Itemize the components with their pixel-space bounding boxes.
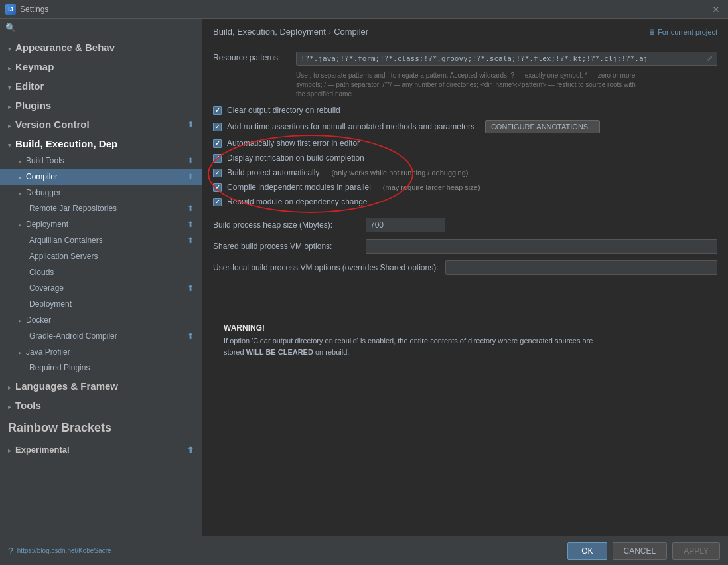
- sidebar: 🔍 ▾Appearance & Behav ▸Keymap ▾Editor ▸P…: [0, 19, 202, 536]
- content-header: Build, Execution, Deployment › Compiler …: [202, 19, 728, 42]
- checkbox-auto-show-error-input[interactable]: [213, 139, 222, 148]
- search-bar: 🔍: [0, 19, 202, 37]
- shared-vm-input[interactable]: [366, 239, 717, 254]
- resource-patterns-label: Resource patterns:: [213, 52, 289, 62]
- heap-size-input[interactable]: [366, 218, 445, 232]
- checkbox-display-notification-input[interactable]: [213, 154, 222, 163]
- checkbox-compile-parallel-label: Compile independent modules in parallel: [227, 183, 371, 192]
- sidebar-item-rainbow-brackets[interactable]: Rainbow Brackets: [0, 416, 202, 440]
- bottom-right: OK CANCEL APPLY: [567, 542, 720, 560]
- search-input[interactable]: [20, 23, 196, 33]
- sidebar-item-required-plugins[interactable]: Required Plugins: [0, 360, 202, 376]
- content-area: Build, Execution, Deployment › Compiler …: [202, 19, 728, 536]
- expand-icon[interactable]: ⤢: [707, 54, 713, 63]
- app-icon: IJ: [5, 4, 16, 15]
- chevron-right-icon: ▸: [19, 317, 22, 324]
- chevron-right-icon: ▸: [8, 404, 11, 410]
- heap-size-label: Build process heap size (Mbytes):: [213, 220, 359, 230]
- checkbox-clear-output-label: Clear output directory on rebuild: [227, 106, 340, 115]
- sidebar-item-experimental[interactable]: ▸Experimental ⬆: [0, 442, 202, 458]
- sync-icon: ⬆: [187, 220, 196, 229]
- configure-annotations-button[interactable]: CONFIGURE ANNOTATIONS...: [485, 120, 600, 133]
- sync-icon: ⬆: [187, 331, 196, 341]
- chevron-down-icon: ▾: [8, 142, 11, 149]
- sidebar-item-keymap[interactable]: ▸Keymap: [0, 58, 202, 76]
- bottom-bar: ? https://blog.csdn.net/KobeSacre OK CAN…: [0, 536, 728, 565]
- resource-patterns-value: !?*.java;!?*.form;!?*.class;!?*.groovy;!…: [301, 54, 648, 63]
- bottom-left: ? https://blog.csdn.net/KobeSacre: [8, 546, 111, 556]
- content-body: Resource patterns: !?*.java;!?*.form;!?*…: [202, 42, 728, 374]
- resource-patterns-field[interactable]: !?*.java;!?*.form;!?*.class;!?*.groovy;!…: [296, 52, 717, 66]
- checkbox-runtime-assertions: Add runtime assertions for notnull-annot…: [213, 120, 717, 133]
- sidebar-item-compiler[interactable]: ▸Compiler ⬆: [0, 169, 202, 185]
- chevron-down-icon: ▾: [8, 46, 11, 52]
- chevron-right-icon: ▸: [8, 447, 11, 454]
- apply-button[interactable]: APPLY: [672, 542, 720, 560]
- sync-icon: ⬆: [187, 204, 196, 213]
- sync-icon: ⬆: [187, 236, 196, 245]
- chevron-right-icon: ▸: [19, 158, 22, 165]
- sidebar-item-plugins[interactable]: ▸Plugins: [0, 96, 202, 114]
- project-icon: 🖥: [648, 28, 655, 36]
- checkbox-rebuild-module-input[interactable]: [213, 198, 222, 206]
- checkbox-rebuild-module: Rebuild module on dependency change: [213, 197, 717, 206]
- sidebar-item-build-execution[interactable]: ▾Build, Execution, Dep: [0, 135, 202, 153]
- checkbox-runtime-assertions-label: Add runtime assertions for notnull-annot…: [227, 122, 474, 131]
- sidebar-item-docker[interactable]: ▸Docker: [0, 312, 202, 328]
- sidebar-item-coverage[interactable]: Coverage ⬆: [0, 280, 202, 296]
- breadcrumb-current: Compiler: [334, 27, 368, 37]
- sidebar-item-clouds[interactable]: Clouds: [0, 264, 202, 280]
- close-button[interactable]: ✕: [709, 3, 723, 16]
- heap-size-row: Build process heap size (Mbytes):: [213, 218, 717, 232]
- user-vm-row: User-local build process VM options (ove…: [213, 260, 717, 275]
- sidebar-item-debugger[interactable]: ▸Debugger: [0, 185, 202, 201]
- checkbox-clear-output-input[interactable]: [213, 106, 222, 115]
- sidebar-item-editor[interactable]: ▾Editor: [0, 77, 202, 95]
- breadcrumb-separator: ›: [328, 27, 331, 37]
- checkbox-display-notification: Display notification on build completion: [213, 153, 717, 163]
- window-title: Settings: [20, 5, 48, 14]
- ok-button[interactable]: OK: [567, 542, 607, 560]
- user-vm-label: User-local build process VM options (ove…: [213, 263, 439, 272]
- main-container: 🔍 ▾Appearance & Behav ▸Keymap ▾Editor ▸P…: [0, 19, 728, 536]
- sidebar-item-gradle-android[interactable]: Gradle-Android Compiler ⬆: [0, 328, 202, 344]
- sidebar-item-java-profiler[interactable]: ▸Java Profiler: [0, 344, 202, 360]
- sidebar-item-version-control[interactable]: ▸Version Control ⬆: [0, 116, 202, 133]
- shared-vm-row: Shared build process VM options:: [213, 239, 717, 254]
- sidebar-item-arquillian[interactable]: Arquillian Containers ⬆: [0, 232, 202, 248]
- title-bar: IJ Settings ✕: [0, 0, 728, 19]
- checkbox-build-auto-input[interactable]: [213, 169, 222, 177]
- breadcrumb: Build, Execution, Deployment › Compiler: [213, 27, 368, 37]
- sidebar-item-remote-jar[interactable]: Remote Jar Repositories ⬆: [0, 201, 202, 216]
- sync-icon: ⬆: [187, 156, 196, 165]
- title-bar-left: IJ Settings: [5, 4, 48, 15]
- chevron-right-icon: ▸: [19, 222, 22, 228]
- divider: [213, 212, 717, 212]
- chevron-right-icon: ▸: [19, 349, 22, 356]
- search-icon: 🔍: [5, 23, 16, 33]
- checkbox-compile-parallel: Compile independent modules in parallel …: [213, 183, 717, 192]
- project-badge[interactable]: 🖥 For current project: [648, 28, 717, 36]
- sidebar-item-deployment[interactable]: ▸Deployment ⬆: [0, 216, 202, 232]
- warning-text: If option 'Clear output directory on reb…: [224, 335, 707, 357]
- sidebar-item-tools[interactable]: ▸Tools: [0, 396, 202, 414]
- checkbox-clear-output: Clear output directory on rebuild: [213, 106, 717, 115]
- checkbox-compile-parallel-input[interactable]: [213, 183, 222, 192]
- cancel-button[interactable]: CANCEL: [613, 542, 668, 560]
- checkbox-compile-parallel-note: (may require larger heap size): [383, 183, 480, 191]
- shared-vm-label: Shared build process VM options:: [213, 242, 359, 251]
- chevron-right-icon: ▸: [19, 190, 22, 197]
- sidebar-item-build-tools[interactable]: ▸Build Tools ⬆: [0, 153, 202, 169]
- user-vm-input[interactable]: [445, 260, 718, 275]
- sidebar-item-appearance[interactable]: ▾Appearance & Behav: [0, 39, 202, 56]
- checkbox-display-notification-label: Display notification on build completion: [227, 153, 364, 163]
- warning-title: WARNING!: [224, 323, 707, 333]
- sidebar-item-app-servers[interactable]: Application Servers: [0, 248, 202, 264]
- sync-icon: ⬆: [187, 120, 196, 129]
- sidebar-item-languages[interactable]: ▸Languages & Framew: [0, 377, 202, 395]
- resource-hint: Use ; to separate patterns and ! to nega…: [296, 71, 717, 99]
- help-icon[interactable]: ?: [8, 546, 13, 556]
- checkbox-runtime-assertions-input[interactable]: [213, 123, 222, 131]
- url-hint: https://blog.csdn.net/KobeSacre: [17, 547, 111, 554]
- sidebar-item-deployment2[interactable]: Deployment: [0, 296, 202, 312]
